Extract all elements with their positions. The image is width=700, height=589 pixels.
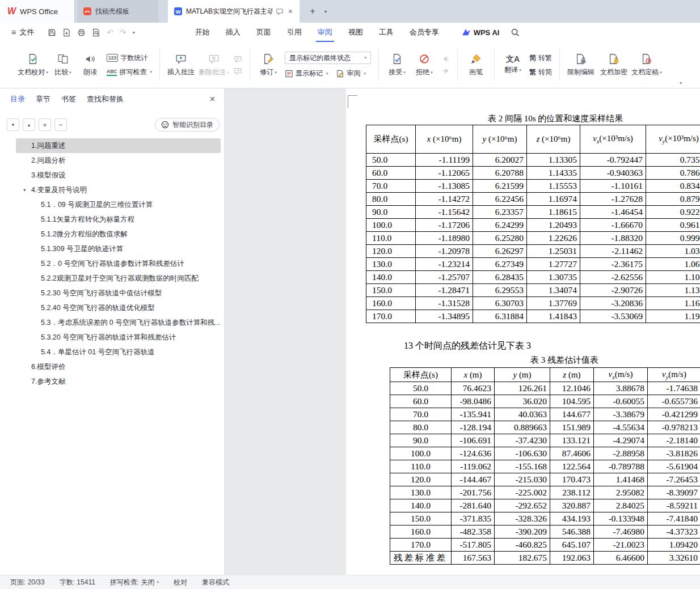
ink-brush-button[interactable]: 画笔 <box>463 46 489 84</box>
table-cell: 60.0 <box>366 167 416 180</box>
redo-button[interactable]: ↷ <box>120 28 126 36</box>
sidebar-tab[interactable]: 书签 <box>61 94 76 104</box>
math-unit: (×10⁶m) <box>539 134 570 143</box>
toc-item[interactable]: 5.3.20 号空间飞行器的轨道计算和残差估计 <box>16 330 221 345</box>
reject-change-button[interactable]: 拒绝▾ <box>411 46 437 84</box>
delete-comment-button[interactable]: 删除批注▾ <box>198 46 230 84</box>
chevron-down-icon: ▾ <box>157 580 159 584</box>
review-mode-button[interactable]: 审阅 ▾ <box>336 69 366 78</box>
wps-ai-button[interactable]: WPS AI <box>462 28 500 37</box>
next-change-button[interactable] <box>440 66 452 76</box>
toc-item[interactable]: 5.1.1矢量方程转化为标量方程 <box>16 212 221 227</box>
sidebar-tab[interactable]: 查找和替换 <box>87 94 124 104</box>
toc-item[interactable]: 5.3．考虑系统误差的 0 号空间飞行器轨道参数计算和残... <box>16 315 221 330</box>
next-comment-button[interactable] <box>232 66 244 76</box>
table-cell: 546.388 <box>550 526 594 539</box>
undo-button[interactable]: ↶ <box>107 28 113 36</box>
toc-item[interactable]: 7.参考文献 <box>16 374 221 389</box>
tab-list-caret-icon[interactable]: ▾ <box>320 4 331 19</box>
chevron-down-icon: ▾ <box>275 70 277 75</box>
wps-office-menu-button[interactable]: W WPS Office <box>0 0 75 23</box>
proofing-status[interactable]: 校对 <box>174 578 187 587</box>
collapse-ribbon-icon[interactable]: ▾ <box>680 80 682 86</box>
new-tab-button[interactable]: + <box>305 4 320 19</box>
toc-item-label: 5.1.1矢量方程转化为标量方程 <box>41 215 134 223</box>
toc-item[interactable]: 6.模型评价 <box>16 359 221 374</box>
ribbon-tab[interactable]: 审阅 <box>310 23 340 42</box>
ribbon-tab[interactable]: 开始 <box>187 23 218 42</box>
restrict-editing-button[interactable]: 限制编辑 <box>565 46 597 84</box>
markup-state-select[interactable]: 显示标记的最终状态 ▾ <box>285 52 371 64</box>
toc-item[interactable]: 5.1.2微分方程组的数值求解 <box>16 227 221 241</box>
toc-item[interactable]: 5.2.30 号空间飞行器轨道中值估计模型 <box>16 286 221 300</box>
word-count-indicator[interactable]: 字数: 15411 <box>60 578 95 587</box>
ribbon-tab[interactable]: 视图 <box>340 23 371 42</box>
ribbon-tab[interactable]: 引用 <box>279 23 310 42</box>
zoom-in-toc-button[interactable]: + <box>39 118 51 131</box>
zoom-out-toc-button[interactable]: − <box>54 118 67 131</box>
toc-item[interactable]: 5.2.40 号空间飞行器的轨道优化模型 <box>16 300 221 315</box>
print-button[interactable] <box>77 28 86 37</box>
toc-expand-icon[interactable]: ▾ <box>23 183 26 197</box>
smart-toc-icon <box>161 121 169 129</box>
doc-proofing-button[interactable]: 文档校对▾ <box>17 46 49 84</box>
table-cell: 126.261 <box>495 382 550 395</box>
column-header: x (×10⁶m) <box>416 125 473 154</box>
toc-item[interactable]: 1.问题重述 <box>16 138 221 153</box>
toc-item[interactable]: 5.2.2观测卫星对于空间飞行器观测数据的时间匹配 <box>16 271 221 286</box>
toc-item[interactable]: ▾4.变量及符号说明 <box>16 183 221 197</box>
export-pdf-button[interactable] <box>62 28 71 37</box>
toc-item[interactable]: 5.1．09 号观测卫星的三维位置计算 <box>16 197 221 212</box>
encrypt-doc-button[interactable]: 文档加密 <box>598 46 630 84</box>
read-aloud-button[interactable]: 朗读 <box>77 46 103 84</box>
doc-tab-template[interactable]: 找稿壳模板 <box>77 0 158 23</box>
file-menu-label: 文件 <box>19 27 34 37</box>
to-simplified-button[interactable]: 繁 转简 <box>529 67 552 77</box>
word-count-button[interactable]: 123 字数统计 <box>107 53 152 63</box>
customize-toolbar-caret-icon[interactable]: ▾ <box>133 30 135 35</box>
table-cell: -3.81826 <box>648 447 700 460</box>
toc-item[interactable]: 5.2．0 号空间飞行器轨道参数计算和残差估计 <box>16 256 221 271</box>
search-icon[interactable] <box>511 28 520 37</box>
table-cell: 1.37769 <box>527 297 580 310</box>
toc-item[interactable]: 5.4．单星估计 01 号空间飞行器轨道 <box>16 345 221 359</box>
toc-item[interactable]: 5.1.309 号卫星的轨迹计算 <box>16 241 221 256</box>
insert-comment-button[interactable]: 插入批注 <box>165 46 197 84</box>
ribbon-tab[interactable]: 会员专享 <box>402 23 447 42</box>
ribbon-tab-strip: 开始插入页面引用审阅视图工具会员专享 <box>187 23 447 42</box>
sidebar-tab[interactable]: 章节 <box>36 94 50 104</box>
smart-toc-button[interactable]: 智能识别目录 <box>155 118 220 132</box>
close-tab-icon[interactable]: × <box>287 7 294 16</box>
close-sidebar-icon[interactable]: × <box>208 94 217 104</box>
toc-item[interactable]: 2.问题分析 <box>16 153 221 168</box>
ribbon-tab[interactable]: 工具 <box>371 23 402 42</box>
ribbon-tab[interactable]: 页面 <box>248 23 279 42</box>
accept-change-button[interactable]: 接受▾ <box>384 46 410 84</box>
previous-comment-button[interactable] <box>232 54 244 64</box>
to-traditional-button[interactable]: 简 转繁 <box>529 53 552 63</box>
track-changes-button[interactable]: 修订▾ <box>255 46 281 84</box>
sidebar-tab[interactable]: 目录 <box>10 94 25 104</box>
toc-item[interactable]: 3.模型假设 <box>16 168 221 183</box>
print-preview-button[interactable] <box>92 28 100 37</box>
translate-button[interactable]: 文A 翻译▾ <box>500 46 526 84</box>
document-canvas[interactable]: 表 2 间隔 10s 的位置和速度采样结果 采样点(s)x (×10⁶m)y (… <box>225 88 700 575</box>
group-divider <box>457 49 458 81</box>
doc-tab-active[interactable]: W MATLAB实现空间飞行器主动... × <box>168 0 300 23</box>
table-cell: 120.0 <box>390 473 452 486</box>
document-page[interactable]: 表 2 间隔 10s 的位置和速度采样结果 采样点(s)x (×10⁶m)y (… <box>346 88 700 575</box>
show-markup-button[interactable]: 显示标记 ▾ <box>285 69 328 78</box>
previous-change-button[interactable] <box>440 54 452 64</box>
save-button[interactable] <box>48 28 56 37</box>
protect-group: 限制编辑 文档加密 文档定稿▾ <box>565 46 663 84</box>
ribbon-tab[interactable]: 插入 <box>218 23 248 42</box>
finalize-doc-button[interactable]: 文档定稿▾ <box>631 46 663 84</box>
file-menu-button[interactable]: ≡ 文件 <box>11 27 34 37</box>
spell-check-button[interactable]: ABC 拼写检查 ▾ <box>107 67 152 77</box>
compare-button[interactable]: 比较▾ <box>50 46 76 84</box>
collapse-all-button[interactable]: ▾ <box>7 118 19 131</box>
expand-all-button[interactable]: ▴ <box>23 118 35 131</box>
track-changes-icon <box>262 53 275 65</box>
compatibility-mode-badge[interactable]: 兼容模式 <box>202 578 229 587</box>
spell-check-status[interactable]: 拼写检查: 关闭▾ <box>110 578 159 587</box>
